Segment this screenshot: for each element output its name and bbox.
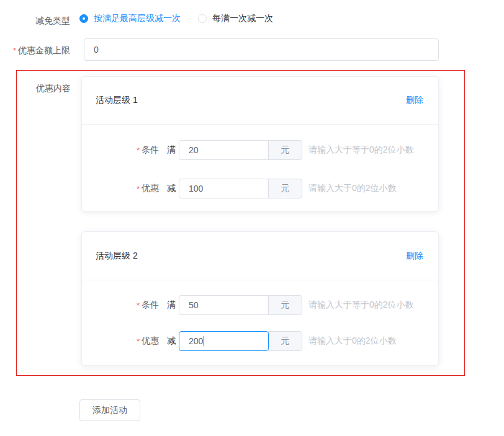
condition-input-group: 50 元 <box>179 295 302 315</box>
tier-card-1-body: * 条件 满 20 元 请输入大于等于0的2位小数 * 优惠 减 100 <box>82 125 438 198</box>
radio-option-every-time[interactable]: 每满一次减一次 <box>198 13 273 24</box>
condition-row: * 条件 满 50 元 请输入大于等于0的2位小数 <box>82 295 438 315</box>
yuan-suffix: 元 <box>268 331 302 351</box>
input-hint: 请输入大于等于0的2位小数 <box>308 300 414 311</box>
max-discount-input[interactable]: 0 <box>84 38 439 61</box>
radio-selected-icon[interactable] <box>79 14 88 23</box>
condition-amount-input[interactable]: 20 <box>179 140 269 160</box>
radio-option-highest-tier[interactable]: 按满足最高层级减一次 <box>79 13 181 24</box>
reduction-type-radio-group: 按满足最高层级减一次 每满一次减一次 <box>79 12 273 25</box>
radio-option-label[interactable]: 每满一次减一次 <box>212 13 273 24</box>
max-discount-value: 0 <box>94 45 99 55</box>
input-value: 100 <box>189 184 203 194</box>
discount-row: * 优惠 减 200 元 请输入大于0的2位小数 <box>82 331 438 351</box>
required-asterisk: * <box>137 301 140 310</box>
field-name: 条件 <box>142 300 159 311</box>
unit-word: 减 <box>167 183 176 194</box>
condition-amount-input[interactable]: 50 <box>179 295 269 315</box>
condition-row: * 条件 满 20 元 请输入大于等于0的2位小数 <box>82 140 438 160</box>
tier-title: 活动层级 1 <box>96 95 138 106</box>
add-activity-button-label: 添加活动 <box>92 405 127 416</box>
unit-word: 减 <box>167 336 176 347</box>
unit-word: 满 <box>167 300 176 311</box>
input-hint: 请输入大于0的2位小数 <box>308 183 397 194</box>
radio-option-label[interactable]: 按满足最高层级减一次 <box>94 13 181 24</box>
tier-card-2-header: 活动层级 2 删除 <box>82 232 438 280</box>
field-name: 优惠 <box>142 336 159 347</box>
max-discount-label: *优惠金额上限 <box>0 44 70 57</box>
tier-title: 活动层级 2 <box>96 251 138 262</box>
tier-card-2: 活动层级 2 删除 * 条件 满 50 元 请输入大于等于0的2位小数 * 优惠… <box>81 231 439 366</box>
required-asterisk: * <box>137 337 140 346</box>
input-hint: 请输入大于0的2位小数 <box>308 336 397 347</box>
add-activity-button[interactable]: 添加活动 <box>79 399 140 421</box>
delete-tier-link[interactable]: 删除 <box>406 95 423 106</box>
discount-amount-input[interactable]: 100 <box>179 179 269 198</box>
discount-row: * 优惠 减 100 元 请输入大于0的2位小数 <box>82 179 438 198</box>
discount-label: * 优惠 减 <box>82 336 176 347</box>
yuan-suffix: 元 <box>268 179 302 198</box>
tier-card-1-header: 活动层级 1 删除 <box>82 77 438 125</box>
condition-label: * 条件 满 <box>82 145 176 156</box>
discount-content-label: 优惠内容 <box>36 83 71 94</box>
radio-unselected-icon[interactable] <box>198 14 207 23</box>
yuan-suffix: 元 <box>268 140 302 160</box>
discount-input-group: 200 元 <box>179 331 302 351</box>
tier-card-2-body: * 条件 满 50 元 请输入大于等于0的2位小数 * 优惠 减 200 <box>82 280 438 351</box>
input-hint: 请输入大于等于0的2位小数 <box>308 145 414 156</box>
required-asterisk: * <box>137 146 140 155</box>
field-name: 优惠 <box>142 183 159 194</box>
input-value: 20 <box>189 145 199 155</box>
field-name: 条件 <box>142 145 159 156</box>
condition-input-group: 20 元 <box>179 140 302 160</box>
discount-amount-input-focused[interactable]: 200 <box>179 331 269 351</box>
discount-input-group: 100 元 <box>179 179 302 198</box>
unit-word: 满 <box>167 145 176 156</box>
discount-label: * 优惠 减 <box>82 183 176 194</box>
reduction-type-label: 减免类型 <box>0 14 70 27</box>
input-value: 50 <box>189 300 199 310</box>
required-asterisk: * <box>13 46 16 55</box>
required-asterisk: * <box>137 184 140 194</box>
yuan-suffix: 元 <box>268 295 302 315</box>
delete-tier-link[interactable]: 删除 <box>406 251 423 262</box>
input-value: 200 <box>189 336 203 346</box>
text-caret <box>204 336 204 346</box>
condition-label: * 条件 满 <box>82 300 176 311</box>
tier-card-1: 活动层级 1 删除 * 条件 满 20 元 请输入大于等于0的2位小数 * 优惠… <box>81 76 439 211</box>
